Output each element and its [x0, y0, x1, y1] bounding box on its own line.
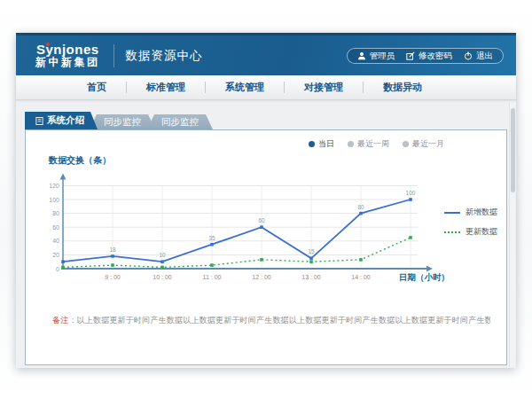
app-window: Synjones 新中新集团 数据资源中心 管理员 修改密码 退出	[16, 33, 516, 368]
logo-text: Synjones	[35, 43, 100, 58]
tab-bar: 系统介绍 同步监控 同步监控	[25, 112, 516, 129]
change-password-button[interactable]: 修改密码	[406, 51, 452, 62]
chart-y-axis-title: 数据交换（条）	[49, 154, 111, 167]
nav-item-data-change[interactable]: 数据异动	[364, 81, 442, 94]
svg-text:14 : 00: 14 : 00	[351, 274, 371, 280]
svg-text:15: 15	[308, 248, 315, 254]
power-icon	[464, 51, 473, 60]
nav-bar: 首页 标准管理 系统管理 对接管理 数据异动	[16, 75, 516, 100]
company-name: 新中新集团	[35, 57, 100, 68]
person-icon	[357, 51, 366, 60]
svg-text:9 : 00: 9 : 00	[105, 274, 121, 280]
radio-dot-icon	[309, 141, 315, 147]
legend-item-new-data: 新增数据	[444, 207, 497, 218]
note-label: 备注	[52, 316, 68, 325]
radio-last-week[interactable]: 最近一周	[348, 138, 389, 150]
svg-text:80: 80	[357, 204, 364, 210]
header: Synjones 新中新集团 数据资源中心 管理员 修改密码 退出	[16, 33, 516, 75]
logo: Synjones 新中新集团	[35, 43, 100, 69]
nav-item-home[interactable]: 首页	[67, 81, 126, 94]
svg-text:11 : 00: 11 : 00	[203, 274, 222, 280]
edit-icon	[406, 51, 415, 60]
radio-today[interactable]: 当日	[309, 138, 334, 150]
chart-legend: 新增数据 更新数据	[444, 207, 497, 238]
tab-system-intro[interactable]: 系统介绍	[25, 112, 98, 129]
svg-text:60: 60	[52, 224, 59, 231]
svg-text:20: 20	[52, 252, 59, 258]
svg-text:100: 100	[49, 197, 59, 203]
svg-text:12 : 00: 12 : 00	[252, 274, 271, 280]
radio-dot-icon	[403, 141, 409, 147]
period-filter-group: 当日 最近一周 最近一月	[309, 138, 444, 150]
svg-text:40: 40	[52, 238, 59, 244]
footer-note: 备注：以上数据更新于时间产生数据以上数据更新于时间产生数据以上数据更新于时间产生…	[52, 315, 490, 326]
radio-last-month[interactable]: 最近一月	[403, 138, 444, 150]
svg-text:0: 0	[56, 266, 59, 272]
admin-button[interactable]: 管理员	[357, 51, 395, 62]
document-icon	[35, 117, 43, 125]
svg-text:120: 120	[49, 183, 59, 189]
green-dotted-swatch-icon	[444, 231, 460, 233]
chart-x-axis-title: 日期（小时）	[399, 272, 450, 284]
svg-text:100: 100	[406, 190, 416, 196]
svg-text:80: 80	[52, 210, 59, 216]
note-text: ：以上数据更新于时间产生数据以上数据更新于时间产生数据以上数据更新于时间产生数据…	[68, 316, 490, 325]
svg-text:13 : 00: 13 : 00	[301, 274, 321, 280]
blue-line-swatch-icon	[444, 212, 460, 214]
nav-item-standard-mgmt[interactable]: 标准管理	[127, 81, 205, 94]
radio-dot-icon	[348, 141, 354, 147]
header-divider	[113, 44, 114, 67]
page-title: 数据资源中心	[126, 48, 203, 64]
svg-text:60: 60	[258, 217, 265, 223]
tab-sync-monitor-1[interactable]: 同步监控	[90, 114, 155, 129]
page-background: Synjones 新中新集团 数据资源中心 管理员 修改密码 退出	[0, 0, 532, 399]
user-menu: 管理员 修改密码 退出	[347, 48, 505, 64]
svg-text:10: 10	[159, 252, 166, 258]
logout-button[interactable]: 退出	[464, 51, 493, 62]
svg-text:35: 35	[208, 235, 215, 241]
svg-text:18: 18	[109, 246, 116, 253]
content-panel: 当日 最近一周 最近一月 数据交换（条） 0204060801001209 : …	[25, 129, 507, 365]
vertical-scrollbar[interactable]	[509, 103, 515, 366]
nav-item-system-mgmt[interactable]: 系统管理	[206, 81, 284, 94]
logo-red-dot	[46, 43, 50, 46]
svg-text:10 : 00: 10 : 00	[153, 274, 172, 280]
legend-item-updated-data: 更新数据	[444, 226, 497, 238]
tab-sync-monitor-2[interactable]: 同步监控	[147, 114, 213, 129]
nav-item-interface-mgmt[interactable]: 对接管理	[285, 81, 363, 94]
